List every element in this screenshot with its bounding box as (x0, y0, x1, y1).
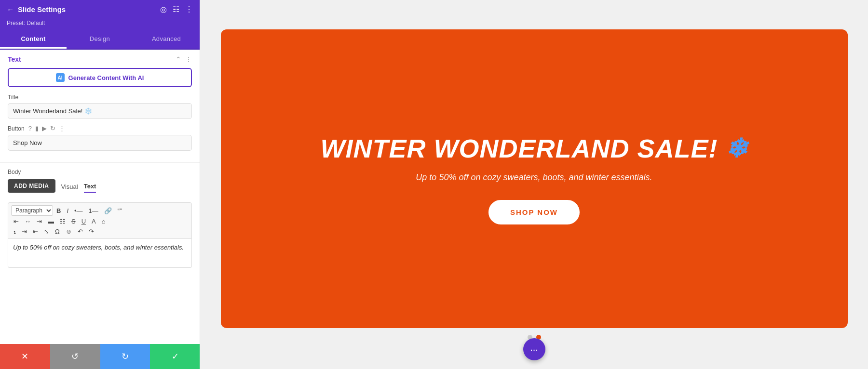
slide-snowflake-icon: ❄ (725, 133, 747, 164)
body-text: Up to 50% off on cozy sweaters, boots, a… (13, 244, 184, 251)
text-section-icons: ⌃ ⋮ (176, 55, 192, 63)
collapse-icon[interactable]: ⌃ (176, 55, 181, 63)
panel-title: Slide Settings (18, 5, 66, 13)
clear-format-button[interactable]: ⌂ (99, 217, 108, 226)
add-media-button[interactable]: ADD MEDIA (8, 179, 55, 193)
button-help-icon[interactable]: ? (28, 125, 32, 132)
strikethrough-button[interactable]: S (69, 217, 78, 226)
underline-button[interactable]: U (79, 217, 88, 226)
confirm-button[interactable]: ✓ (150, 344, 200, 369)
italic-button[interactable]: I (64, 206, 71, 215)
slide-preview-area: WINTER WONDERLAND SALE! ❄ Up to 50% off … (200, 0, 868, 369)
section-more-icon[interactable]: ⋮ (185, 55, 192, 63)
button-field-icons: ? ▮ ▶ ↻ ⋮ (28, 125, 65, 132)
undo-editor-button[interactable]: ↶ (75, 227, 85, 236)
panel-header-left: ← Slide Settings (7, 5, 66, 13)
ai-button-label: Generate Content With AI (68, 74, 144, 81)
button-field-group: Button ? ▮ ▶ ↻ ⋮ (8, 125, 192, 157)
align-left-button[interactable]: ⇤ (11, 217, 21, 226)
editor-tab-row: Visual Text (61, 181, 96, 193)
redo-button[interactable]: ↻ (100, 344, 150, 369)
back-icon[interactable]: ← (7, 5, 14, 13)
button-field-label-text: Button (8, 125, 25, 132)
blockquote-button[interactable]: “” (115, 206, 124, 215)
slide-settings-panel: ← Slide Settings ◎ ☷ ⋮ Preset: Default C… (0, 0, 200, 369)
text-section-title: Text (8, 55, 21, 63)
text-color-button[interactable]: A (89, 217, 98, 226)
panel-header: ← Slide Settings ◎ ☷ ⋮ (0, 0, 200, 19)
visual-tab[interactable]: Visual (61, 181, 78, 193)
link-button[interactable]: 🔗 (102, 206, 114, 215)
button-label-row: Button ? ▮ ▶ ↻ ⋮ (8, 125, 192, 132)
slide-title-text: WINTER WONDERLAND SALE! (321, 133, 718, 163)
slide-shop-now-button[interactable]: SHOP NOW (488, 200, 580, 224)
unordered-list-button[interactable]: •— (72, 206, 85, 215)
text-tab[interactable]: Text (84, 181, 96, 193)
subscript-button[interactable]: ₁ (11, 227, 18, 236)
button-reset-icon[interactable]: ↻ (50, 125, 55, 132)
body-section: Body ADD MEDIA Visual Text Paragraph B I… (0, 163, 200, 270)
floating-action-button[interactable]: ··· (523, 338, 545, 360)
panel-body: Text ⌃ ⋮ AI Generate Content With AI Tit… (0, 50, 200, 369)
omega-button[interactable]: Ω (53, 227, 62, 236)
slide-title-area: WINTER WONDERLAND SALE! ❄ (321, 133, 748, 164)
align-right-button[interactable]: ⇥ (34, 217, 44, 226)
tab-advanced[interactable]: Advanced (133, 30, 200, 49)
columns-icon[interactable]: ☷ (173, 5, 179, 14)
toolbar-row-2: ⇤ ↔ ⇥ ▬ ☷ S U A ⌂ (11, 217, 189, 226)
slide-subtitle: Up to 50% off on cozy sweaters, boots, a… (416, 172, 652, 183)
button-cursor-icon[interactable]: ▶ (42, 125, 47, 132)
table-button[interactable]: ☷ (57, 217, 68, 226)
body-field-label: Body (8, 169, 192, 175)
toolbar-row-1: Paragraph B I •— 1— 🔗 “” (11, 205, 189, 216)
editor-toolbar: Paragraph B I •— 1— 🔗 “” ⇤ ↔ ⇥ ▬ ☷ S U (8, 202, 192, 239)
title-field-group: Title (8, 94, 192, 125)
redo-editor-button[interactable]: ↷ (86, 227, 96, 236)
ai-generate-button[interactable]: AI Generate Content With AI (8, 68, 192, 87)
emoji-button[interactable]: ☺ (63, 227, 74, 236)
preset-label: Preset: Default (7, 20, 45, 26)
button-input[interactable] (8, 135, 192, 151)
paragraph-select[interactable]: Paragraph (11, 205, 53, 216)
fullscreen-button[interactable]: ⤡ (41, 227, 52, 236)
bold-button[interactable]: B (54, 206, 63, 215)
preset-bar: Preset: Default (0, 19, 200, 30)
slide-container: WINTER WONDERLAND SALE! ❄ Up to 50% off … (221, 29, 848, 328)
undo-button[interactable]: ↺ (50, 344, 100, 369)
align-justify-button[interactable]: ▬ (45, 217, 56, 226)
title-field-label: Title (8, 94, 192, 101)
align-center-button[interactable]: ↔ (22, 217, 33, 226)
title-input[interactable] (8, 103, 192, 119)
toolbar-row-3: ₁ ⇥ ⇤ ⤡ Ω ☺ ↶ ↷ (11, 227, 189, 236)
indent-button[interactable]: ⇥ (19, 227, 29, 236)
button-more-icon[interactable]: ⋮ (59, 125, 65, 132)
ai-icon: AI (56, 73, 65, 82)
outdent-button[interactable]: ⇤ (30, 227, 41, 236)
text-section-header: Text ⌃ ⋮ (8, 55, 192, 63)
tab-design[interactable]: Design (67, 30, 133, 49)
button-device-icon[interactable]: ▮ (35, 125, 39, 132)
target-icon[interactable]: ◎ (160, 5, 167, 14)
editor-content[interactable]: Up to 50% off on cozy sweaters, boots, a… (8, 239, 192, 268)
ordered-list-button[interactable]: 1— (86, 206, 101, 215)
tab-content[interactable]: Content (0, 30, 67, 49)
panel-tabs: Content Design Advanced (0, 30, 200, 50)
panel-header-icons: ◎ ☷ ⋮ (160, 5, 193, 14)
bottom-action-bar: ✕ ↺ ↻ ✓ (0, 344, 200, 369)
cancel-button[interactable]: ✕ (0, 344, 50, 369)
text-section: Text ⌃ ⋮ AI Generate Content With AI Tit… (0, 50, 200, 163)
more-options-icon[interactable]: ⋮ (185, 5, 193, 14)
